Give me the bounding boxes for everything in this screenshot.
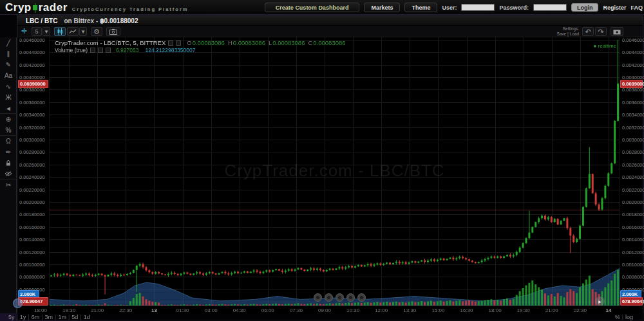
theme-button[interactable]: Theme [404, 3, 437, 12]
annotation-icon[interactable]: ✏ [0, 147, 17, 158]
create-dashboard-button[interactable]: Create Custom Dashboard [265, 3, 360, 12]
login-button[interactable]: Login [571, 3, 599, 12]
price-tick-label: 0.00280000 [19, 149, 45, 155]
share-button[interactable] [314, 293, 322, 302]
price-tick-label: 0.00200000 [19, 199, 45, 205]
right-price-axis[interactable]: 0.004600000.004400000.004200000.00400000… [620, 37, 643, 306]
time-tick-label: 12:00 [368, 307, 394, 313]
user-input[interactable] [461, 4, 495, 11]
time-tick-label: 01:30 [170, 307, 196, 313]
time-tick-label: 07:30 [283, 307, 309, 313]
parallel-channel-icon[interactable]: ∥ [0, 48, 17, 59]
scroll-to-realtime-button[interactable]: ▶ [595, 297, 605, 306]
time-tick-label: 18:00 [28, 307, 53, 313]
share-buttons [314, 293, 366, 302]
interval-dropdown-icon[interactable]: ▾ [43, 27, 50, 36]
gann-fib-icon[interactable]: Ж [0, 92, 17, 103]
time-tick-label: 13:30 [397, 307, 422, 313]
separator: | [622, 314, 623, 320]
measure-icon[interactable]: % [0, 125, 17, 136]
password-input[interactable] [533, 4, 567, 11]
left-price-axis[interactable]: 0.004600000.004400000.004200000.00400000… [17, 37, 50, 306]
price-tick-label: 0.00360000 [622, 100, 644, 105]
logo-text-prefix: Cryp [5, 1, 32, 14]
price-tick-label: 0.00200000 [622, 199, 644, 205]
candlestick-style-button[interactable] [54, 27, 66, 36]
scale-link-%[interactable]: % [615, 314, 620, 320]
price-tick-label: 0.00120000 [19, 250, 45, 255]
price-tick-label: 0.00160000 [622, 225, 644, 230]
logo-candle-icon [32, 3, 38, 13]
price-tick-label: 0.00420000 [622, 62, 644, 68]
candlestick-icon [57, 28, 63, 35]
symbol-exchange: on Bittrex - [64, 17, 98, 24]
app-logo: Cryp rader CryptoCurrency Trading Platfo… [5, 1, 189, 14]
realtime-indicator: ● realtime [50, 43, 616, 49]
range-link-3m[interactable]: 3m [45, 314, 53, 320]
password-label: Password: [499, 5, 529, 11]
current-price-badge-left: 0.00390000 [18, 80, 48, 88]
time-tick-label: 10:30 [340, 307, 366, 313]
lock-icon[interactable] [0, 158, 17, 169]
remove-drawings-icon[interactable]: ✂ [0, 179, 17, 190]
interval-button[interactable]: 5 [32, 27, 42, 36]
separator: | [80, 314, 81, 320]
scale-mode-links: %|log [613, 314, 635, 320]
share-button[interactable] [357, 293, 366, 302]
share-button[interactable] [336, 293, 344, 302]
line-style-button[interactable] [67, 27, 79, 36]
time-tick-label: 22:30 [113, 307, 138, 313]
redo-button[interactable]: ↷ [595, 27, 607, 36]
settings-save-load-links[interactable]: Save | Load [556, 32, 579, 36]
style-dropdown-icon[interactable]: ▾ [79, 27, 87, 36]
share-button[interactable] [325, 293, 333, 302]
range-link-5y[interactable]: 5y [8, 314, 15, 320]
indicators-gear-icon[interactable]: ⚙ [91, 27, 102, 36]
range-link-1d[interactable]: 1d [84, 314, 90, 320]
trend-line-icon[interactable]: ╱ [0, 37, 17, 48]
time-tick-label: 18:00 [482, 307, 508, 313]
price-tick-label: 0.00300000 [19, 137, 45, 143]
line-chart-icon [70, 29, 77, 35]
undo-button[interactable]: ↶ [582, 27, 594, 36]
range-link-6m[interactable]: 6m [32, 314, 40, 320]
user-label: User: [442, 5, 457, 11]
text-tool-icon[interactable]: Aa [0, 70, 17, 81]
share-button[interactable] [346, 293, 355, 302]
price-tick-label: 0.00100000 [19, 262, 45, 268]
magnet-icon[interactable]: Ω [0, 136, 17, 147]
snapshot-camera-icon[interactable] [106, 27, 120, 36]
time-axis[interactable]: 18:0019:3021:0022:301301:3003:0004:3006:… [50, 306, 620, 313]
range-link-1y[interactable]: 1y [20, 314, 26, 320]
time-tick-label: 04:30 [227, 307, 252, 313]
register-link[interactable]: Register [603, 5, 626, 11]
time-tick-label: 13 [141, 307, 167, 313]
price-tick-label: 0.00360000 [19, 100, 45, 105]
range-link-1m[interactable]: 1m [58, 314, 66, 320]
camera-icon [613, 29, 621, 35]
arrow-marker-icon[interactable]: ◄ [0, 103, 17, 114]
logo-text-suffix: rader [39, 1, 68, 14]
scale-link-log[interactable]: log [625, 314, 633, 320]
volume-current-badge-left: 678.90647 [18, 297, 48, 306]
brush-icon[interactable]: ✎ [0, 59, 17, 70]
time-tick-label: 15:00 [425, 307, 451, 313]
range-link-5d[interactable]: 5d [71, 314, 78, 320]
crosshair-tool-icon[interactable]: ✛ [19, 26, 30, 36]
price-tick-label: 0.00180000 [622, 212, 644, 217]
realtime-bullet-icon: ● [593, 43, 596, 49]
settings-label: Settings: [556, 26, 579, 32]
chart-bubble-icon[interactable] [13, 298, 23, 308]
markets-button[interactable]: Markets [364, 3, 400, 12]
xabcd-pattern-icon[interactable]: ∿ [0, 81, 17, 92]
price-tick-label: 0.00080000 [19, 274, 45, 280]
price-tick-label: 0.00220000 [622, 187, 644, 193]
zoom-range-links: 5y|1y|6m|3m|1m|5d|1d [6, 314, 92, 320]
zoom-tool-icon[interactable]: ⊕ [0, 114, 17, 125]
hide-drawings-icon[interactable] [0, 169, 17, 179]
chart-toolbar: ✛ 5 ▾ ▾ ⚙ Settings: Sav [17, 26, 643, 37]
faq-link[interactable]: FAQ [630, 5, 643, 11]
screenshot-button[interactable] [611, 27, 623, 36]
separator: | [68, 314, 70, 320]
price-tick-label: 0.00220000 [19, 187, 45, 193]
